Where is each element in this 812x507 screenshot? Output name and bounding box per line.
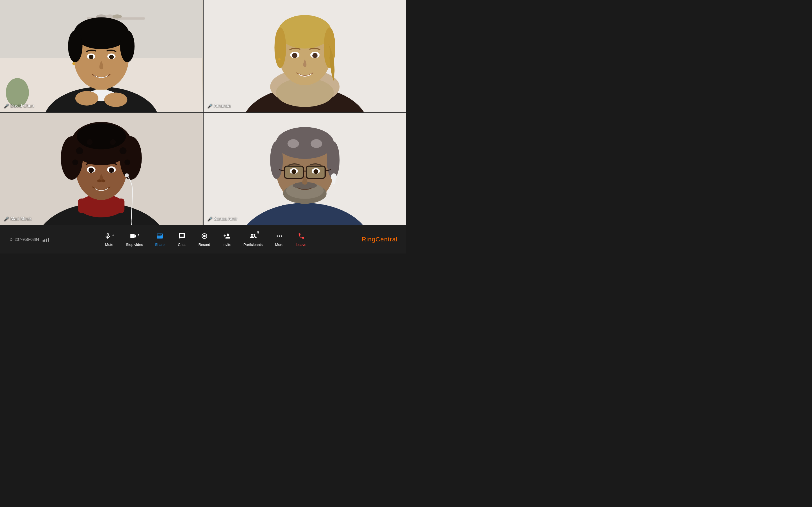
participant-name-david: 🎤 David Chun xyxy=(4,103,34,108)
svg-rect-37 xyxy=(0,113,203,226)
svg-rect-41 xyxy=(97,187,106,200)
brand-logo-area: RingCentral xyxy=(362,236,398,243)
share-icon xyxy=(156,232,163,241)
svg-point-82 xyxy=(292,169,296,174)
svg-rect-61 xyxy=(204,113,406,226)
svg-point-25 xyxy=(270,69,340,104)
participants-label: Participants xyxy=(244,242,263,247)
record-icon xyxy=(201,232,208,241)
more-icon xyxy=(276,232,283,241)
invite-label: Invite xyxy=(222,242,231,247)
svg-point-44 xyxy=(61,136,83,180)
svg-point-36 xyxy=(278,58,280,60)
svg-point-30 xyxy=(274,27,286,68)
stop-video-icon xyxy=(130,232,137,241)
video-grid: 🎤 David Chun xyxy=(0,0,406,225)
record-label: Record xyxy=(199,242,210,247)
svg-point-57 xyxy=(97,179,101,182)
svg-point-52 xyxy=(124,159,130,165)
mic-icon-sanaa: 🎤 xyxy=(207,217,212,221)
signal-bar-3 xyxy=(46,238,47,242)
svg-point-54 xyxy=(107,166,116,173)
svg-rect-78 xyxy=(285,166,303,178)
svg-rect-63 xyxy=(299,187,310,199)
svg-point-35 xyxy=(312,53,317,58)
svg-rect-23 xyxy=(204,0,406,112)
svg-point-49 xyxy=(110,139,116,145)
svg-point-59 xyxy=(124,173,129,177)
svg-point-72 xyxy=(293,182,317,189)
brand-logo: RingCentral xyxy=(362,236,398,243)
record-button[interactable]: Record xyxy=(194,230,215,249)
svg-point-24 xyxy=(241,87,368,112)
video-cell-amanda: 🎤 Amanda xyxy=(204,0,406,112)
svg-point-88 xyxy=(276,235,278,236)
share-button[interactable]: Share xyxy=(150,230,170,249)
svg-point-81 xyxy=(312,168,320,174)
chat-label: Chat xyxy=(178,242,186,247)
participants-button[interactable]: 5 Participants xyxy=(239,230,267,249)
svg-point-67 xyxy=(327,141,340,179)
svg-point-89 xyxy=(278,235,280,236)
svg-rect-27 xyxy=(300,74,309,86)
svg-point-69 xyxy=(310,139,322,148)
svg-point-32 xyxy=(290,52,299,58)
svg-rect-73 xyxy=(285,166,303,178)
mic-icon-amanda: 🎤 xyxy=(207,104,212,108)
mute-button[interactable]: ▲ Mute xyxy=(99,230,119,249)
svg-point-64 xyxy=(276,136,334,203)
svg-point-68 xyxy=(287,139,299,148)
svg-point-45 xyxy=(120,136,142,180)
mic-icon-david: 🎤 xyxy=(4,104,9,108)
participants-icon: 5 xyxy=(250,232,257,241)
chat-button[interactable]: Chat xyxy=(172,230,192,249)
chat-icon xyxy=(178,232,186,241)
leave-icon xyxy=(298,232,305,241)
video-cell-david-chun: 🎤 David Chun xyxy=(0,0,203,112)
toolbar: ID: 237-956-0884 ▲ Mute xyxy=(0,225,406,253)
toolbar-buttons: ▲ Mute ▲ Stop video xyxy=(99,230,311,249)
svg-line-76 xyxy=(278,170,285,171)
stop-video-arrow: ▲ xyxy=(137,233,140,236)
svg-rect-74 xyxy=(306,166,325,178)
participant-name-sanaa: 🎤 Sanaa Amir xyxy=(207,216,238,221)
signal-bar-2 xyxy=(44,239,45,242)
svg-point-29 xyxy=(278,15,331,48)
meeting-id: ID: 237-956-0884 xyxy=(8,237,39,242)
svg-rect-60 xyxy=(204,113,406,226)
svg-point-90 xyxy=(281,235,282,236)
svg-point-38 xyxy=(35,203,168,225)
stop-video-label: Stop video xyxy=(126,242,143,247)
svg-point-71 xyxy=(286,182,323,199)
svg-point-28 xyxy=(278,24,331,86)
mute-label: Mute xyxy=(105,242,113,247)
svg-point-34 xyxy=(292,53,297,58)
svg-point-51 xyxy=(72,159,79,165)
svg-point-48 xyxy=(87,139,93,145)
svg-point-56 xyxy=(109,167,114,172)
svg-point-85 xyxy=(332,176,335,184)
svg-point-65 xyxy=(276,127,334,159)
svg-point-31 xyxy=(323,27,335,68)
participant-name-amanda: 🎤 Amanda xyxy=(207,103,231,108)
svg-line-77 xyxy=(325,170,331,171)
svg-point-50 xyxy=(119,147,126,154)
participants-count: 5 xyxy=(257,231,259,234)
more-button[interactable]: More xyxy=(269,230,289,249)
svg-rect-40 xyxy=(78,198,124,213)
more-label: More xyxy=(275,242,284,247)
invite-button[interactable]: Invite xyxy=(217,230,237,249)
stop-video-button[interactable]: ▲ Stop video xyxy=(121,230,147,249)
svg-point-26 xyxy=(276,78,334,107)
invite-icon xyxy=(223,232,231,241)
svg-point-55 xyxy=(89,167,94,172)
signal-strength xyxy=(43,237,49,242)
svg-point-46 xyxy=(77,123,126,149)
svg-rect-21 xyxy=(204,0,406,112)
ring-part: Ring xyxy=(362,236,375,243)
signal-bar-4 xyxy=(48,238,49,242)
svg-point-42 xyxy=(76,139,127,200)
leave-button[interactable]: Leave xyxy=(292,230,311,249)
svg-point-80 xyxy=(290,168,298,174)
participant-name-mari: 🎤 Mari Mirek xyxy=(4,216,32,221)
